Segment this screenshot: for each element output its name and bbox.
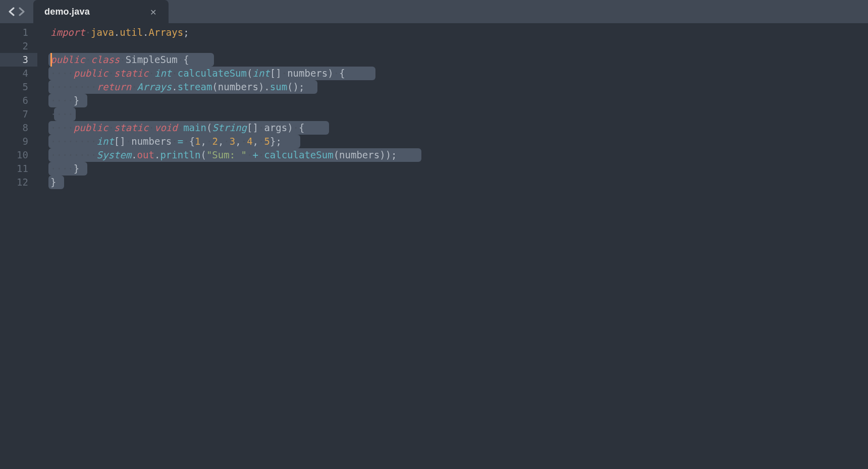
line-number: 8 <box>0 121 28 135</box>
nav-back-icon[interactable] <box>8 7 15 16</box>
line-number: 1 <box>0 26 28 39</box>
nav-arrows <box>0 0 33 23</box>
file-tab[interactable]: demo.java ✕ <box>33 0 169 23</box>
code-line[interactable]: ····public·static·int·calculateSum(int[]… <box>50 67 868 80</box>
code-area[interactable]: import·java.util.Arrays;public·class·Sim… <box>37 23 868 469</box>
tab-title: demo.java <box>44 7 90 17</box>
line-number: 10 <box>0 148 28 162</box>
code-line[interactable] <box>50 39 868 53</box>
line-number: 4 <box>0 67 28 80</box>
code-text: ········return·Arrays.stream(numbers).su… <box>50 81 304 92</box>
line-number: 9 <box>0 135 28 148</box>
code-text: } <box>50 177 56 188</box>
close-icon[interactable]: ✕ <box>150 7 156 17</box>
line-number: 3 <box>0 53 37 67</box>
code-line[interactable]: } <box>50 175 868 189</box>
tab-strip: demo.java ✕ <box>0 0 868 23</box>
code-line[interactable]: public·class·SimpleSum·{ <box>50 53 868 67</box>
code-line[interactable]: ···· <box>50 107 868 121</box>
code-text: ····public·static·void·main(String[]·arg… <box>50 122 305 133</box>
text-cursor <box>50 53 52 67</box>
code-text: ···· <box>50 108 74 120</box>
code-text: ········int[]·numbers·=·{1,·2,·3,·4,·5}; <box>50 136 282 147</box>
line-number: 6 <box>0 94 28 107</box>
code-text: ····public·static·int·calculateSum(int[]… <box>50 68 345 79</box>
line-number: 11 <box>0 162 28 175</box>
code-text: ····} <box>50 95 79 106</box>
code-text: public·class·SimpleSum·{ <box>50 54 189 65</box>
line-number: 12 <box>0 175 28 189</box>
line-number: 7 <box>0 107 28 121</box>
line-number: 5 <box>0 80 28 94</box>
code-line[interactable]: ····public·static·void·main(String[]·arg… <box>50 121 868 135</box>
line-number-gutter: 123456789101112 <box>0 23 37 469</box>
code-text: ····} <box>50 163 79 174</box>
code-editor[interactable]: 123456789101112 import·java.util.Arrays;… <box>0 23 868 469</box>
code-line[interactable]: ····} <box>50 162 868 175</box>
code-text: import·java.util.Arrays; <box>50 27 189 38</box>
code-line[interactable]: ········System.out.println("Sum: "·+·cal… <box>50 148 868 162</box>
code-line[interactable]: ········return·Arrays.stream(numbers).su… <box>50 80 868 94</box>
code-line[interactable]: import·java.util.Arrays; <box>50 26 868 39</box>
code-text: ········System.out.println("Sum: "·+·cal… <box>50 149 397 160</box>
code-line[interactable]: ········int[]·numbers·=·{1,·2,·3,·4,·5}; <box>50 135 868 148</box>
line-number: 2 <box>0 39 28 53</box>
code-line[interactable]: ····} <box>50 94 868 107</box>
nav-forward-icon[interactable] <box>18 7 25 16</box>
